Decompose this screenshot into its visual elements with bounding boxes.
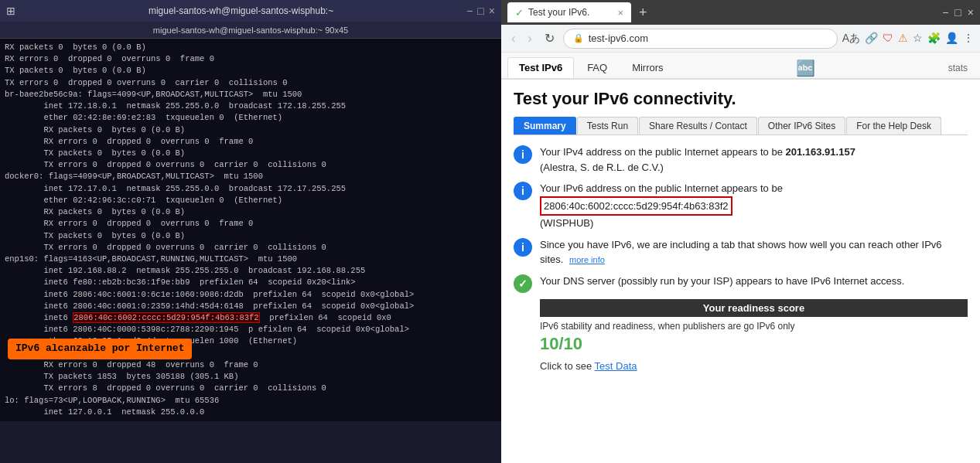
site-content: Test IPv6 FAQ Mirrors 🔤 stats Test your …: [501, 53, 980, 463]
info-text-ipv4: Your IPv4 address on the public Internet…: [540, 145, 968, 175]
content-tab-helpdesk[interactable]: For the Help Desk: [846, 117, 941, 134]
browser-window-controls[interactable]: − □ ×: [942, 6, 974, 19]
terminal-line: docker0: flags=4099<UP,BROADCAST,MULTICA…: [5, 171, 497, 182]
terminal-line: br-baee2be56c9a: flags=4099<UP,BROADCAST…: [5, 89, 497, 100]
terminal-controls[interactable]: − □ ×: [466, 5, 495, 17]
terminal-line: RX errors 0 dropped 0 overruns 0 frame 0: [5, 136, 497, 148]
site-tab-faq[interactable]: FAQ: [575, 57, 619, 78]
terminal-line: TX errors 0 dropped 0 overruns 0 carrier…: [5, 159, 497, 171]
site-tab-mirrors[interactable]: Mirrors: [620, 57, 674, 78]
terminal-line: inet6 2806:40C:0000:5398c:2788:2290:1945…: [5, 324, 497, 335]
info-row-ipv4: i Your IPv4 address on the public Intern…: [514, 145, 968, 175]
terminal-line: inet6 2806:40c:6001:0:2359:14hd:45d4:614…: [5, 301, 497, 312]
share-icon[interactable]: 🔗: [865, 32, 878, 46]
profile-icon[interactable]: 👤: [945, 32, 958, 46]
readiness-score: 10/10: [540, 334, 968, 354]
terminal-line: TX packets 1853 bytes 305188 (305.1 KB): [5, 371, 497, 383]
extension-icon[interactable]: 🧩: [927, 32, 941, 46]
content-tab-tests[interactable]: Tests Run: [577, 117, 638, 134]
minimize-button[interactable]: −: [466, 5, 473, 17]
terminal-line: inet6 2806:40c:6001:0:6c1e:1060:9086:d2d…: [5, 289, 497, 301]
terminal-line: TX packets 0 bytes 0 (0.0 B): [5, 148, 497, 159]
site-title: Test your IPv6 connectivity.: [514, 89, 968, 109]
info-row-dns: ✓ Your DNS server (possibly run by your …: [514, 274, 968, 293]
translate-icon[interactable]: Aあ: [842, 32, 860, 46]
terminal-line: RX packets 1045157 (1.0 MB): [5, 348, 497, 359]
browser-tab-active[interactable]: ✓ Test your IPv6. ×: [507, 2, 631, 22]
site-nav-tabs: Test IPv6 FAQ Mirrors 🔤 stats: [501, 53, 980, 80]
terminal-line: ether 02:42:8e:69:e2:83 txqueuelen 0 (Et…: [5, 112, 497, 124]
bookmark-icon[interactable]: ☆: [913, 32, 923, 46]
content-tab-other[interactable]: Other IPv6 Sites: [758, 117, 845, 134]
close-button[interactable]: ×: [489, 5, 495, 17]
ipv6-address: 2806:40c:6002:cccc:5d29:954f:4b63:83f2: [540, 196, 732, 216]
refresh-button[interactable]: ↻: [541, 29, 558, 47]
content-tab-share[interactable]: Share Results / Contact: [639, 117, 757, 134]
terminal-line: TX errors 0 dropped 0 overruns 0 carrier…: [5, 242, 497, 254]
browser-nav-icons: Aあ 🔗 🛡 ⚠ ☆ 🧩 👤 ⋮: [842, 32, 974, 46]
terminal-line: inet6 2806:40c:6002:cccc:5d29:954f:4b63:…: [5, 312, 497, 324]
info-icon-ipv6: i: [514, 182, 532, 200]
terminal-line: lo: flags=73<UP,LOOPBACK,RUNNING> mtu 65…: [5, 395, 497, 407]
info-row-ipv6-sites: i Since you have IPv6, we are including …: [514, 237, 968, 267]
terminal-subtitle: miguel-santos-wh@miguel-santos-wisphub:~…: [0, 22, 501, 39]
info-icon-ipv4: i: [514, 145, 532, 164]
browser-maximize-button[interactable]: □: [954, 6, 961, 19]
content-tabs: Summary Tests Run Share Results / Contac…: [514, 117, 968, 135]
info-text-ipv6: Your IPv6 address on the public Internet…: [540, 181, 968, 231]
maximize-button[interactable]: □: [477, 5, 483, 17]
browser-minimize-button[interactable]: −: [942, 6, 948, 19]
address-bar[interactable]: 🔒 test-ipv6.com: [563, 29, 838, 49]
test-data-link[interactable]: Test Data: [595, 360, 637, 372]
test-data-label: Click to see: [540, 360, 592, 372]
terminal-line: inet 127.0.0.1 netmask 255.0.0.0: [5, 407, 497, 418]
info-text-dns: Your DNS server (possibly run by your IS…: [540, 274, 968, 289]
site-body: Test your IPv6 connectivity. Summary Tes…: [501, 80, 980, 463]
more-info-link[interactable]: more info: [569, 255, 605, 264]
readiness-bar: Your readiness score: [540, 299, 968, 317]
shield-icon[interactable]: 🛡: [883, 32, 893, 46]
terminal-line: inet6 fe80::eb2b:bc36:1f9e:bb9 prefixlen…: [5, 277, 497, 288]
terminal-content-wrapper: RX packets 0 bytes 0 (0.0 B)RX errors 0 …: [0, 39, 501, 463]
terminal-line: inet 172.18.0.1 netmask 255.255.0.0 broa…: [5, 100, 497, 112]
terminal-title: miguel-santos-wh@miguel-santos-wisphub:~: [15, 5, 466, 16]
terminal-grid-icon: ⊞: [6, 5, 15, 17]
translate-page-icon[interactable]: 🔤: [796, 59, 815, 77]
info-icon-sites: i: [514, 238, 532, 257]
terminal-line: ether 02:42:96:3c:c0:71 txqueuelen 0 (Et…: [5, 195, 497, 206]
terminal-line: TX errors 8 dropped 0 overruns 0 carrier…: [5, 383, 497, 394]
tab-close-button[interactable]: ×: [617, 7, 623, 19]
info-row-ipv6: i Your IPv6 address on the public Intern…: [514, 181, 968, 231]
info-icon-dns: ✓: [514, 274, 532, 293]
info-rows: i Your IPv4 address on the public Intern…: [514, 145, 968, 293]
browser-close-button[interactable]: ×: [968, 6, 974, 19]
forward-button[interactable]: ›: [524, 30, 535, 47]
tab-favicon-icon: ✓: [515, 7, 524, 19]
content-tab-summary[interactable]: Summary: [514, 117, 576, 134]
terminal-line: RX errors 0 dropped 0 overruns 0 frame 0: [5, 218, 497, 230]
stats-link[interactable]: stats: [942, 60, 974, 76]
terminal-line: ether 60:18:95:1c:d2:4d txqueuelen 1000 …: [5, 335, 497, 347]
terminal-line: TX packets 0 bytes 0 (0.0 B): [5, 230, 497, 242]
terminal-line: RX packets 0 bytes 0 (0.0 B): [5, 124, 497, 136]
terminal-window: ⊞ miguel-santos-wh@miguel-santos-wisphub…: [0, 0, 501, 463]
terminal-line: TX errors 0 dropped 0 overruns 0 carrier…: [5, 77, 497, 89]
terminal-line: inet 192.168.88.2 netmask 255.255.255.0 …: [5, 265, 497, 277]
back-button[interactable]: ‹: [507, 30, 519, 47]
terminal-line: RX errors 0 dropped 48 overruns 0 frame …: [5, 359, 497, 371]
terminal-line: inet 172.17.0.1 netmask 255.255.0.0 broa…: [5, 183, 497, 195]
browser-titlebar: ✓ Test your IPv6. × + − □ ×: [501, 0, 980, 25]
terminal-line: enp1s0: flags=4163<UP,BROADCAST,RUNNING,…: [5, 254, 497, 265]
terminal-line: RX packets 0 bytes 0 (0.0 B): [5, 42, 497, 53]
terminal-line: RX packets 0 bytes 0 (0.0 B): [5, 206, 497, 218]
new-tab-button[interactable]: +: [639, 5, 647, 21]
terminal-line: RX errors 0 dropped 0 overruns 0 frame 0: [5, 53, 497, 65]
address-text: test-ipv6.com: [589, 32, 648, 44]
terminal-titlebar: ⊞ miguel-santos-wh@miguel-santos-wisphub…: [0, 0, 501, 22]
terminal-body[interactable]: RX packets 0 bytes 0 (0.0 B)RX errors 0 …: [0, 39, 501, 421]
secure-icon: 🔒: [573, 33, 584, 43]
site-tab-ipv6[interactable]: Test IPv6: [507, 57, 574, 78]
more-options-button[interactable]: ⋮: [963, 32, 974, 46]
warning-icon[interactable]: ⚠: [898, 32, 908, 46]
browser-window: ✓ Test your IPv6. × + − □ × ‹ › ↻ 🔒 test…: [501, 0, 980, 463]
